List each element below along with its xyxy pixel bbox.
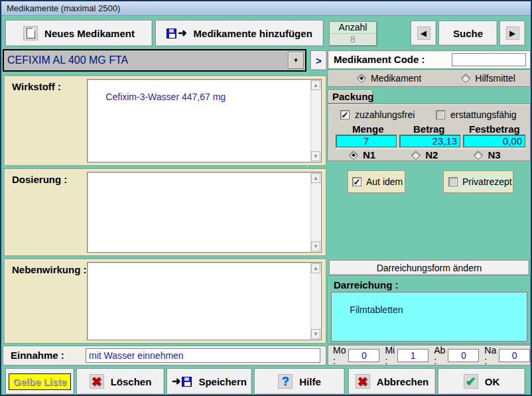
na-input[interactable] [499,349,530,362]
dosier-schema-panel: Mo : Mi : Ab : Na : [328,345,531,365]
radio-unselected-icon [474,150,483,159]
medikament-combobox-value: CEFIXIM AL 400 MG FTA [4,54,288,66]
arrow-left-icon: ◀ [417,27,431,40]
abbrechen-label: Abbrechen [377,376,429,387]
medikament-code-label: Medikament Code : [334,54,425,65]
n3-label: N3 [488,149,500,161]
ab-label: Ab : [434,345,445,366]
neues-medikament-label: Neues Medikament [44,28,135,39]
speichern-button[interactable]: ➜ Speichern [166,368,252,395]
nebenwirkung-label: Nebenwirkung : [12,264,87,275]
n1-label: N1 [363,149,375,161]
radio-medikament[interactable]: Medikament [358,73,421,84]
medikament-code-input[interactable] [452,53,526,66]
wirkstoff-label: Wirkstoff : [12,81,61,92]
einnahme-panel: Einnahme : [3,346,326,365]
checkbox-checked-icon: ✓ [340,110,350,119]
suche-next-button[interactable]: ▶ [499,21,525,46]
darreichungsform-aendern-button[interactable]: Darreichungsform ändern [329,260,529,275]
gelbe-liste-label: Gelbe Liste [9,373,72,390]
aut-idem-checkbox[interactable]: ✓ Aut idem [348,170,405,193]
radio-n2[interactable]: N2 [413,149,438,161]
darreichung-textarea[interactable]: Filmtabletten [331,292,527,342]
neues-medikament-button[interactable]: Neues Medikament [5,20,153,46]
loeschen-button[interactable]: ✖ Löschen [76,368,165,395]
anzahl-widget: Anzahl 8 [329,21,377,46]
ok-check-icon: ✔ [464,374,478,389]
cancel-x-icon: ✖ [356,374,370,389]
mo-label: Mo : [333,345,346,366]
scroll-up-icon[interactable]: ▲ [311,173,320,183]
ok-label: OK [485,376,500,387]
medikamente-dialog: Medikamente (maximal 2500) Neues Medikam… [0,0,532,396]
betrag-input[interactable] [399,135,460,147]
radio-selected-icon [357,74,366,83]
combobox-expand-button[interactable]: > [310,50,327,70]
scroll-down-icon[interactable]: ▼ [311,329,320,339]
nebenwirkung-panel: Nebenwirkung : ▲ ▼ [4,259,326,344]
mi-label: Mi : [385,345,395,366]
menge-input[interactable] [336,135,397,147]
erstattungsfaehig-checkbox[interactable]: ✓ erstattungsfähig [436,109,517,120]
einnahme-label: Einnahme : [11,350,64,361]
abbrechen-button[interactable]: ✖ Abbrechen [348,368,436,395]
medikamente-hinzufuegen-button[interactable]: ➜ Medikamente hinzufügen [155,20,324,46]
scroll-down-icon[interactable]: ▼ [311,151,320,161]
na-label: Na : [484,345,496,366]
suche-button[interactable]: Suche [438,21,498,46]
arrow-right-icon: ▶ [506,27,519,40]
radio-n1[interactable]: N1 [350,149,375,161]
wirkstoff-textarea[interactable]: Cefixim-3-Wasser 447,67 mg ▲ ▼ [87,79,322,163]
radio-hilfsmittel-label: Hilfsmittel [475,73,515,84]
radio-unselected-icon [411,150,421,159]
radio-hilfsmittel[interactable]: Hilfsmittel [462,73,515,84]
festbetrag-input[interactable] [463,135,525,147]
combobox-dropdown-icon[interactable]: ▼ [288,52,304,69]
mo-input[interactable] [348,349,379,362]
radio-medikament-label: Medikament [371,73,421,84]
nebenwirkung-textarea[interactable]: ▲ ▼ [87,262,322,340]
medikament-typ-panel: Medikament Hilfsmittel [328,70,531,87]
einnahme-input[interactable] [86,348,320,363]
betrag-label: Betrag [413,123,445,135]
darreichung-value: Filmtabletten [350,304,403,315]
mi-input[interactable] [397,349,429,362]
darreichung-panel: Darreichung : Filmtabletten [328,276,531,344]
gelbe-liste-button[interactable]: Gelbe Liste [5,368,74,395]
medikament-combobox[interactable]: CEFIXIM AL 400 MG FTA ▼ [3,49,306,72]
scroll-up-icon[interactable]: ▲ [311,80,320,90]
ab-input[interactable] [448,349,479,362]
radio-n3[interactable]: N3 [475,149,500,161]
arrow-floppy-icon: ➜ [172,376,192,387]
scroll-up-icon[interactable]: ▲ [311,263,320,273]
hilfe-button[interactable]: ? Hilfe [254,368,345,395]
speichern-label: Speichern [198,376,247,387]
medikamente-hinzufuegen-label: Medikamente hinzufügen [194,28,312,39]
dosierung-textarea[interactable]: ▲ ▼ [87,172,322,253]
hilfe-label: Hilfe [299,376,321,387]
erstattungsfaehig-label: erstattungsfähig [450,109,517,120]
title-bar: Medikamente (maximal 2500) [1,1,531,16]
anzahl-value: 8 [330,34,376,45]
privatrezept-checkbox[interactable]: ✓ Privatrezept [443,170,513,193]
suche-prev-button[interactable]: ◀ [411,21,436,46]
darreichungsform-aendern-label: Darreichungsform ändern [377,263,482,273]
dosierung-scrollbar[interactable]: ▲ ▼ [310,173,320,251]
anzahl-label: Anzahl [330,22,376,34]
checkbox-unchecked-icon: ✓ [448,177,458,186]
nebenwirkung-scrollbar[interactable]: ▲ ▼ [310,263,320,339]
new-document-icon [23,26,38,40]
zuzahlungsfrei-label: zuzahlungsfrei [355,109,415,120]
help-question-icon: ? [278,374,293,389]
wirkstoff-scrollbar[interactable]: ▲ ▼ [310,80,320,161]
n2-label: N2 [425,149,438,161]
dosierung-panel: Dosierung : ▲ ▼ [4,168,326,256]
zuzahlungsfrei-checkbox[interactable]: ✓ zuzahlungsfrei [340,109,415,120]
scroll-down-icon[interactable]: ▼ [311,241,320,251]
ok-button[interactable]: ✔ OK [438,368,525,395]
radio-unselected-icon [461,74,470,83]
suche-label: Suche [453,28,483,39]
wirkstoff-panel: Wirkstoff : Cefixim-3-Wasser 447,67 mg ▲… [4,76,326,166]
radio-selected-icon [349,150,358,159]
loeschen-label: Löschen [111,376,152,387]
